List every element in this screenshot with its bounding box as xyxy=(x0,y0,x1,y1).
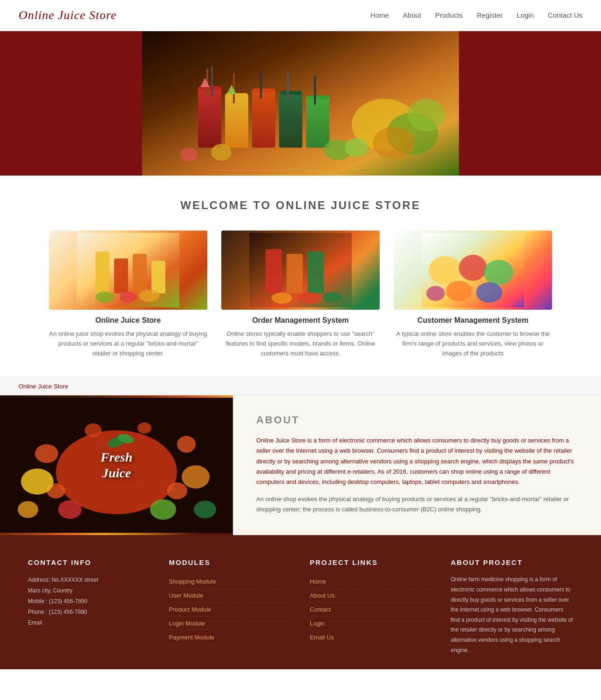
svg-rect-37 xyxy=(287,254,303,293)
footer-proj-link-5[interactable]: Email Us xyxy=(310,631,432,645)
svg-rect-8 xyxy=(211,66,213,96)
footer-email: Email : xyxy=(28,618,150,628)
hero-image xyxy=(142,31,459,176)
svg-point-44 xyxy=(459,255,487,281)
feature-image-3 xyxy=(394,231,552,310)
svg-point-45 xyxy=(484,260,513,285)
svg-rect-20 xyxy=(314,75,316,105)
features-grid: Online Juice Store An online juice shop … xyxy=(28,231,573,358)
svg-rect-38 xyxy=(307,251,324,293)
svg-point-62 xyxy=(194,501,216,518)
feature-card-2: Order Management System Online stores ty… xyxy=(221,231,380,358)
svg-rect-28 xyxy=(96,251,109,293)
feature-svg-3 xyxy=(422,233,524,307)
svg-rect-9 xyxy=(225,94,248,148)
footer-project-links-heading: PROJECT LINKS xyxy=(310,558,432,566)
footer-about-project: ABOUT PROJECT Online farm medicine shopp… xyxy=(451,558,574,655)
footer-module-4[interactable]: Login Module xyxy=(169,617,292,631)
footer-contact-heading: CONTACT INFO xyxy=(28,558,150,566)
hero-section xyxy=(0,31,601,176)
footer-project-links: PROJECT LINKS Home About Us Contact Logi… xyxy=(310,558,432,655)
svg-rect-29 xyxy=(114,258,128,293)
about-paragraph-1: Online Juice Store is a form of electron… xyxy=(256,435,578,487)
nav-contact[interactable]: Contact Us xyxy=(548,11,582,19)
svg-rect-5 xyxy=(198,87,221,148)
brand-logo[interactable]: Online Juice Store xyxy=(19,8,117,22)
footer-proj-link-2[interactable]: About Us xyxy=(310,589,432,603)
nav-login[interactable]: Login xyxy=(517,11,534,19)
breadcrumb-link[interactable]: Online Juice Store xyxy=(19,383,68,390)
svg-point-53 xyxy=(167,483,187,499)
svg-point-61 xyxy=(18,501,38,518)
footer-phone: Phone : (123) 456-7890 xyxy=(28,607,150,618)
feature-svg-1 xyxy=(77,233,179,307)
svg-point-57 xyxy=(21,469,54,495)
svg-rect-30 xyxy=(133,254,147,293)
feature-image-2 xyxy=(221,231,380,310)
footer-proj-link-1[interactable]: Home xyxy=(310,575,432,589)
nav-about[interactable]: About xyxy=(403,11,421,19)
footer-module-3[interactable]: Product Module xyxy=(169,603,292,617)
svg-point-40 xyxy=(298,292,321,304)
svg-point-39 xyxy=(272,292,292,304)
about-image: FreshJuice xyxy=(0,395,233,535)
svg-point-47 xyxy=(476,282,502,303)
feature-desc-3: A typical online store enables the custo… xyxy=(394,329,552,358)
footer-modules: MODULES Shopping Module User Module Prod… xyxy=(169,558,292,655)
svg-point-59 xyxy=(150,499,176,520)
svg-rect-15 xyxy=(279,92,302,148)
feature-svg-2 xyxy=(249,233,352,307)
footer-proj-link-4[interactable]: Login xyxy=(310,617,432,631)
svg-point-23 xyxy=(211,144,232,161)
nav-links: Home About Products Register Login Conta… xyxy=(370,11,582,20)
footer-modules-heading: MODULES xyxy=(169,558,292,566)
welcome-title: WELCOME TO ONLINE JUICE STORE xyxy=(28,199,573,212)
about-content: ABOUT Online Juice Store is a form of el… xyxy=(233,395,601,535)
svg-point-43 xyxy=(429,256,461,284)
feature-title-1: Online Juice Store xyxy=(49,316,207,325)
svg-rect-16 xyxy=(280,91,301,95)
welcome-section: WELCOME TO ONLINE JUICE STORE xyxy=(0,176,601,377)
footer-module-5[interactable]: Payment Module xyxy=(169,631,292,645)
footer-proj-link-3[interactable]: Contact xyxy=(310,603,432,617)
svg-point-26 xyxy=(180,148,197,162)
feature-card-3: Customer Management System A typical onl… xyxy=(394,231,552,358)
svg-point-60 xyxy=(58,500,82,519)
svg-point-48 xyxy=(426,286,445,301)
feature-card-1: Online Juice Store An online juice shop … xyxy=(49,231,207,358)
feature-image-1 xyxy=(49,231,207,310)
feature-title-2: Order Management System xyxy=(221,316,380,325)
footer-about-project-text: Online farm medicine shopping is a form … xyxy=(451,575,574,655)
svg-point-52 xyxy=(177,436,196,453)
svg-point-46 xyxy=(446,281,472,301)
navbar: Online Juice Store Home About Products R… xyxy=(0,0,601,31)
svg-point-51 xyxy=(35,444,58,463)
footer-address-1: Address: No.XXXXXX street xyxy=(28,575,150,585)
feature-desc-1: An online juice shop evokes the physical… xyxy=(49,329,207,358)
nav-home[interactable]: Home xyxy=(370,11,389,19)
footer-module-1[interactable]: Shopping Module xyxy=(169,575,292,589)
nav-register[interactable]: Register xyxy=(477,11,503,19)
svg-point-33 xyxy=(120,292,137,303)
svg-point-32 xyxy=(96,292,114,303)
svg-point-25 xyxy=(345,138,368,157)
footer-module-2[interactable]: User Module xyxy=(169,589,292,603)
svg-point-55 xyxy=(85,423,102,437)
svg-point-4 xyxy=(408,99,445,131)
feature-title-3: Customer Management System xyxy=(394,316,552,325)
feature-desc-2: Online stores typically enable shoppers … xyxy=(221,329,380,358)
hero-svg xyxy=(142,31,459,176)
brand-text: Online Juice Store xyxy=(19,8,117,22)
footer: CONTACT INFO Address: No.XXXXXX street M… xyxy=(0,535,601,669)
footer-mobile: Mobile : (123) 456-7890 xyxy=(28,596,150,607)
svg-rect-18 xyxy=(306,96,329,148)
fresh-juice-label: FreshJuice xyxy=(101,450,132,481)
svg-rect-12 xyxy=(252,89,275,148)
svg-rect-13 xyxy=(253,88,274,92)
svg-rect-36 xyxy=(266,249,282,293)
nav-products[interactable]: Products xyxy=(435,11,463,19)
footer-about-project-heading: ABOUT PROJECT xyxy=(451,558,574,566)
svg-point-41 xyxy=(323,292,341,302)
svg-rect-17 xyxy=(287,72,289,101)
footer-address-2: Mars city, Country xyxy=(28,585,150,596)
